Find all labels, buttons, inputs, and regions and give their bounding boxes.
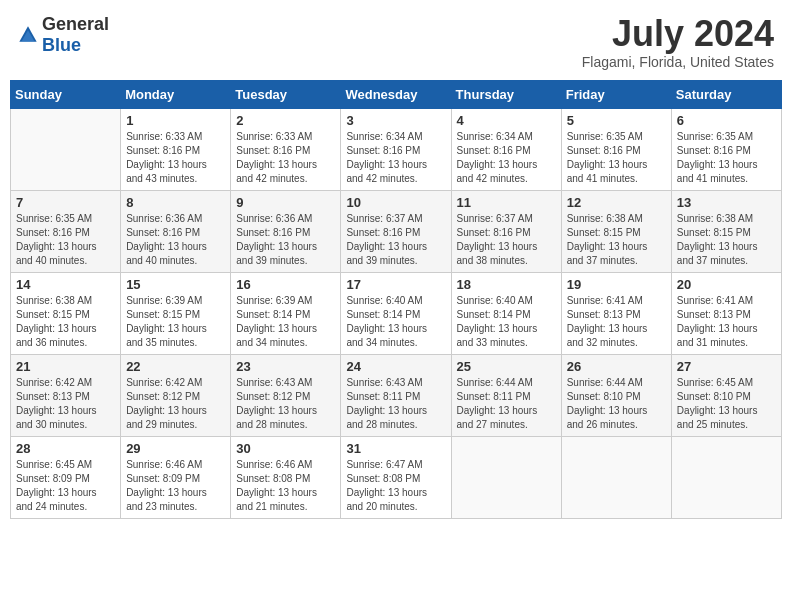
table-cell: 27Sunrise: 6:45 AM Sunset: 8:10 PM Dayli… <box>671 354 781 436</box>
table-cell: 11Sunrise: 6:37 AM Sunset: 8:16 PM Dayli… <box>451 190 561 272</box>
header-friday: Friday <box>561 80 671 108</box>
day-info: Sunrise: 6:46 AM Sunset: 8:09 PM Dayligh… <box>126 458 225 514</box>
month-title: July 2024 <box>582 14 774 54</box>
day-number: 6 <box>677 113 776 128</box>
day-number: 27 <box>677 359 776 374</box>
day-number: 13 <box>677 195 776 210</box>
day-info: Sunrise: 6:35 AM Sunset: 8:16 PM Dayligh… <box>16 212 115 268</box>
header-tuesday: Tuesday <box>231 80 341 108</box>
calendar-week-5: 28Sunrise: 6:45 AM Sunset: 8:09 PM Dayli… <box>11 436 782 518</box>
logo: General Blue <box>18 14 109 56</box>
location-title: Flagami, Florida, United States <box>582 54 774 70</box>
day-info: Sunrise: 6:36 AM Sunset: 8:16 PM Dayligh… <box>236 212 335 268</box>
table-cell: 7Sunrise: 6:35 AM Sunset: 8:16 PM Daylig… <box>11 190 121 272</box>
day-info: Sunrise: 6:38 AM Sunset: 8:15 PM Dayligh… <box>677 212 776 268</box>
day-number: 23 <box>236 359 335 374</box>
logo-icon <box>18 25 38 45</box>
table-cell: 25Sunrise: 6:44 AM Sunset: 8:11 PM Dayli… <box>451 354 561 436</box>
calendar-week-4: 21Sunrise: 6:42 AM Sunset: 8:13 PM Dayli… <box>11 354 782 436</box>
table-cell <box>11 108 121 190</box>
day-info: Sunrise: 6:44 AM Sunset: 8:11 PM Dayligh… <box>457 376 556 432</box>
day-info: Sunrise: 6:39 AM Sunset: 8:14 PM Dayligh… <box>236 294 335 350</box>
table-cell: 15Sunrise: 6:39 AM Sunset: 8:15 PM Dayli… <box>121 272 231 354</box>
day-number: 29 <box>126 441 225 456</box>
day-number: 3 <box>346 113 445 128</box>
day-info: Sunrise: 6:37 AM Sunset: 8:16 PM Dayligh… <box>457 212 556 268</box>
table-cell: 22Sunrise: 6:42 AM Sunset: 8:12 PM Dayli… <box>121 354 231 436</box>
day-number: 25 <box>457 359 556 374</box>
day-info: Sunrise: 6:41 AM Sunset: 8:13 PM Dayligh… <box>567 294 666 350</box>
day-info: Sunrise: 6:36 AM Sunset: 8:16 PM Dayligh… <box>126 212 225 268</box>
day-number: 24 <box>346 359 445 374</box>
table-cell: 2Sunrise: 6:33 AM Sunset: 8:16 PM Daylig… <box>231 108 341 190</box>
table-cell <box>671 436 781 518</box>
header-sunday: Sunday <box>11 80 121 108</box>
calendar-table: Sunday Monday Tuesday Wednesday Thursday… <box>10 80 782 519</box>
day-number: 30 <box>236 441 335 456</box>
day-number: 2 <box>236 113 335 128</box>
day-number: 9 <box>236 195 335 210</box>
day-number: 11 <box>457 195 556 210</box>
calendar-week-2: 7Sunrise: 6:35 AM Sunset: 8:16 PM Daylig… <box>11 190 782 272</box>
table-cell: 5Sunrise: 6:35 AM Sunset: 8:16 PM Daylig… <box>561 108 671 190</box>
table-cell: 23Sunrise: 6:43 AM Sunset: 8:12 PM Dayli… <box>231 354 341 436</box>
day-number: 1 <box>126 113 225 128</box>
calendar-week-3: 14Sunrise: 6:38 AM Sunset: 8:15 PM Dayli… <box>11 272 782 354</box>
table-cell: 10Sunrise: 6:37 AM Sunset: 8:16 PM Dayli… <box>341 190 451 272</box>
day-info: Sunrise: 6:44 AM Sunset: 8:10 PM Dayligh… <box>567 376 666 432</box>
day-number: 17 <box>346 277 445 292</box>
day-number: 31 <box>346 441 445 456</box>
day-number: 5 <box>567 113 666 128</box>
calendar-header-row: Sunday Monday Tuesday Wednesday Thursday… <box>11 80 782 108</box>
table-cell: 24Sunrise: 6:43 AM Sunset: 8:11 PM Dayli… <box>341 354 451 436</box>
day-info: Sunrise: 6:35 AM Sunset: 8:16 PM Dayligh… <box>677 130 776 186</box>
day-number: 18 <box>457 277 556 292</box>
day-number: 15 <box>126 277 225 292</box>
day-number: 22 <box>126 359 225 374</box>
day-info: Sunrise: 6:33 AM Sunset: 8:16 PM Dayligh… <box>126 130 225 186</box>
day-info: Sunrise: 6:42 AM Sunset: 8:13 PM Dayligh… <box>16 376 115 432</box>
day-number: 7 <box>16 195 115 210</box>
day-info: Sunrise: 6:43 AM Sunset: 8:12 PM Dayligh… <box>236 376 335 432</box>
day-info: Sunrise: 6:41 AM Sunset: 8:13 PM Dayligh… <box>677 294 776 350</box>
table-cell: 9Sunrise: 6:36 AM Sunset: 8:16 PM Daylig… <box>231 190 341 272</box>
day-info: Sunrise: 6:40 AM Sunset: 8:14 PM Dayligh… <box>346 294 445 350</box>
table-cell: 28Sunrise: 6:45 AM Sunset: 8:09 PM Dayli… <box>11 436 121 518</box>
logo-general: General <box>42 14 109 34</box>
table-cell: 17Sunrise: 6:40 AM Sunset: 8:14 PM Dayli… <box>341 272 451 354</box>
table-cell: 8Sunrise: 6:36 AM Sunset: 8:16 PM Daylig… <box>121 190 231 272</box>
day-number: 8 <box>126 195 225 210</box>
table-cell: 19Sunrise: 6:41 AM Sunset: 8:13 PM Dayli… <box>561 272 671 354</box>
day-info: Sunrise: 6:37 AM Sunset: 8:16 PM Dayligh… <box>346 212 445 268</box>
table-cell: 31Sunrise: 6:47 AM Sunset: 8:08 PM Dayli… <box>341 436 451 518</box>
day-info: Sunrise: 6:45 AM Sunset: 8:10 PM Dayligh… <box>677 376 776 432</box>
table-cell: 16Sunrise: 6:39 AM Sunset: 8:14 PM Dayli… <box>231 272 341 354</box>
day-info: Sunrise: 6:42 AM Sunset: 8:12 PM Dayligh… <box>126 376 225 432</box>
table-cell: 4Sunrise: 6:34 AM Sunset: 8:16 PM Daylig… <box>451 108 561 190</box>
table-cell: 6Sunrise: 6:35 AM Sunset: 8:16 PM Daylig… <box>671 108 781 190</box>
table-cell: 12Sunrise: 6:38 AM Sunset: 8:15 PM Dayli… <box>561 190 671 272</box>
day-number: 26 <box>567 359 666 374</box>
day-number: 10 <box>346 195 445 210</box>
day-info: Sunrise: 6:34 AM Sunset: 8:16 PM Dayligh… <box>346 130 445 186</box>
logo-blue: Blue <box>42 35 81 55</box>
day-info: Sunrise: 6:40 AM Sunset: 8:14 PM Dayligh… <box>457 294 556 350</box>
table-cell: 14Sunrise: 6:38 AM Sunset: 8:15 PM Dayli… <box>11 272 121 354</box>
header-wednesday: Wednesday <box>341 80 451 108</box>
day-info: Sunrise: 6:45 AM Sunset: 8:09 PM Dayligh… <box>16 458 115 514</box>
day-number: 21 <box>16 359 115 374</box>
header-monday: Monday <box>121 80 231 108</box>
day-number: 20 <box>677 277 776 292</box>
calendar-week-1: 1Sunrise: 6:33 AM Sunset: 8:16 PM Daylig… <box>11 108 782 190</box>
table-cell: 18Sunrise: 6:40 AM Sunset: 8:14 PM Dayli… <box>451 272 561 354</box>
day-number: 16 <box>236 277 335 292</box>
day-info: Sunrise: 6:47 AM Sunset: 8:08 PM Dayligh… <box>346 458 445 514</box>
day-number: 12 <box>567 195 666 210</box>
day-number: 28 <box>16 441 115 456</box>
table-cell: 13Sunrise: 6:38 AM Sunset: 8:15 PM Dayli… <box>671 190 781 272</box>
table-cell: 3Sunrise: 6:34 AM Sunset: 8:16 PM Daylig… <box>341 108 451 190</box>
day-info: Sunrise: 6:35 AM Sunset: 8:16 PM Dayligh… <box>567 130 666 186</box>
day-info: Sunrise: 6:38 AM Sunset: 8:15 PM Dayligh… <box>567 212 666 268</box>
page-header: General Blue July 2024 Flagami, Florida,… <box>10 10 782 74</box>
table-cell: 29Sunrise: 6:46 AM Sunset: 8:09 PM Dayli… <box>121 436 231 518</box>
